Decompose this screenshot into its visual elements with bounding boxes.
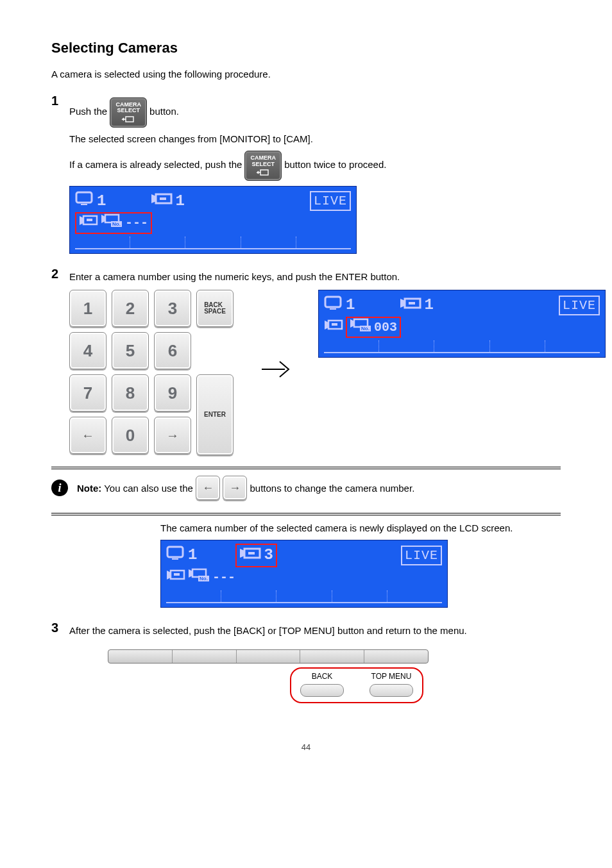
return-icon (257, 169, 269, 176)
divider (51, 513, 561, 515)
softkey-panel: BACK TOP MENU (108, 649, 429, 703)
key-backspace[interactable]: BACKSPACE (196, 290, 234, 327)
key-right-mini[interactable]: → (223, 476, 247, 500)
pill-button (370, 684, 413, 697)
key-4[interactable]: 4 (69, 332, 106, 369)
camera-no-value: --- (125, 214, 148, 231)
entered-number: 003 (374, 319, 397, 336)
camera-no-icon: No. (188, 568, 210, 587)
key-3[interactable]: 3 (154, 290, 191, 327)
softkey-slots (324, 338, 600, 353)
svg-rect-3 (81, 204, 87, 205)
live-badge: LIVE (310, 191, 351, 211)
softkey-slots (166, 588, 442, 603)
page-number: 44 (51, 742, 561, 753)
key-7[interactable]: 7 (69, 374, 106, 412)
svg-rect-16 (332, 323, 337, 326)
key-1[interactable]: 1 (69, 290, 106, 327)
key-left[interactable]: ← (69, 417, 106, 454)
softkey-highlight: BACK TOP MENU (290, 667, 423, 703)
monitor-icon (324, 296, 343, 315)
camera-no-icon: No. (350, 318, 371, 337)
svg-rect-20 (167, 547, 183, 557)
live-badge: LIVE (559, 296, 600, 315)
svg-rect-1 (260, 170, 268, 175)
svg-rect-23 (248, 552, 255, 555)
key-left-mini[interactable]: ← (196, 476, 220, 500)
key-9[interactable]: 9 (154, 374, 191, 412)
step-2-text: Enter a camera number using the numeric … (69, 271, 606, 283)
step-1-result: The selected screen changes from [MONITO… (69, 133, 561, 146)
step-number: 1 (51, 92, 69, 110)
svg-rect-25 (174, 573, 180, 576)
camera-no-value: --- (212, 569, 235, 586)
camera-number-new: 3 (264, 545, 273, 565)
camera-no-icon: No. (101, 213, 123, 232)
camera-highlight: 3 (235, 544, 276, 567)
step-number: 2 (51, 265, 69, 283)
camera-select-key-inline-2: CAMERA SELECT (244, 151, 282, 181)
step-2-result: The camera number of the selected camera… (160, 522, 561, 535)
svg-text:No.: No. (361, 326, 370, 331)
live-badge: LIVE (401, 546, 442, 565)
lcd-screen-3: 1 3 LIVE No. --- (160, 540, 448, 608)
svg-rect-7 (87, 219, 92, 221)
intro-text: A camera is selected using the following… (51, 68, 561, 81)
svg-rect-21 (172, 558, 178, 560)
svg-rect-0 (126, 117, 133, 122)
key-5[interactable]: 5 (112, 332, 149, 369)
return-icon (122, 115, 135, 123)
leads-to-arrow-icon (260, 350, 291, 394)
key-0[interactable]: 0 (112, 417, 149, 454)
monitor-icon (166, 546, 185, 565)
key-right[interactable]: → (154, 417, 191, 454)
entry-highlight: No. 003 (346, 317, 401, 338)
step-number: 3 (51, 619, 69, 637)
step-1-text: Push the CAMERA SELECT button. (69, 97, 561, 128)
key-enter[interactable]: ENTER (196, 374, 234, 455)
monitor-number: 1 (97, 191, 106, 212)
pill-button (300, 684, 344, 697)
note-text-a: You can also use the (104, 483, 196, 494)
svg-rect-12 (330, 308, 336, 310)
key-2[interactable]: 2 (112, 290, 149, 327)
step-3-text: After the camera is selected, push the [… (69, 624, 561, 637)
camera-icon-small (79, 214, 98, 231)
numeric-keypad: 1 2 3 BACKSPACE 4 5 6 7 8 9 ENTER ← 0 → (69, 290, 234, 454)
step-1: 1 Push the CAMERA SELECT button. The sel… (51, 92, 561, 254)
selection-highlight: No. --- (75, 212, 152, 233)
note-label: Note: (77, 483, 101, 494)
svg-rect-11 (325, 297, 341, 307)
svg-rect-5 (160, 197, 166, 200)
step-3: 3 After the camera is selected, push the… (51, 619, 561, 703)
monitor-number: 1 (346, 295, 355, 315)
camera-number: 1 (175, 191, 184, 212)
softkey-bar (108, 649, 429, 664)
svg-rect-2 (76, 192, 92, 203)
info-icon: i (51, 480, 68, 496)
svg-text:No.: No. (112, 221, 121, 227)
softkey-back[interactable]: BACK (300, 671, 344, 697)
camera-number: 1 (424, 295, 433, 315)
monitor-icon (75, 191, 94, 211)
svg-text:No.: No. (200, 576, 208, 581)
softkey-topmenu[interactable]: TOP MENU (370, 671, 413, 697)
camera-icon-small (166, 569, 185, 586)
page-title: Selecting Cameras (51, 38, 561, 58)
divider (51, 467, 561, 469)
camera-icon (239, 546, 261, 565)
camera-icon (151, 192, 173, 210)
key-6[interactable]: 6 (154, 332, 191, 369)
key-8[interactable]: 8 (112, 374, 149, 412)
note: i Note: You can also use the ← → buttons… (51, 476, 561, 500)
softkey-slots (75, 234, 351, 249)
monitor-number: 1 (188, 545, 197, 565)
note-text-b: buttons to change the camera number. (250, 483, 414, 494)
lcd-screen-2: 1 1 LIVE No. 003 (318, 290, 606, 358)
step-2: 2 Enter a camera number using the numeri… (51, 265, 561, 454)
camera-icon (400, 296, 421, 315)
camera-icon-small (324, 319, 343, 336)
svg-rect-14 (409, 302, 415, 305)
step-1-alt: If a camera is already selected, push th… (69, 151, 561, 181)
camera-select-key-inline: CAMERA SELECT (110, 97, 147, 128)
